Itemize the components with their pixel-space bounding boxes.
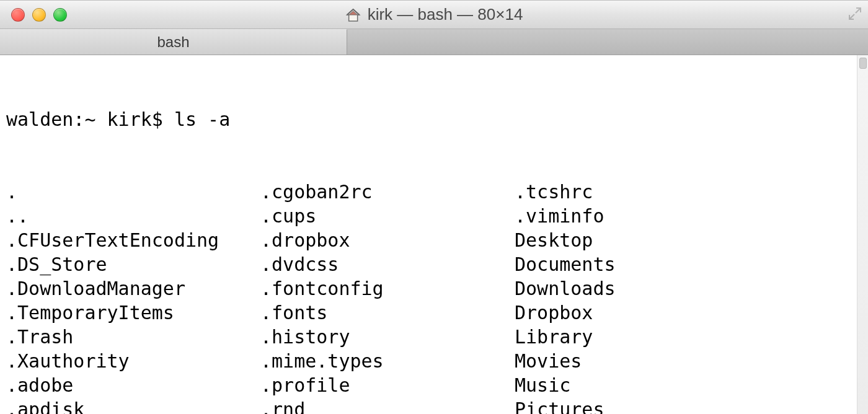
list-item: .history <box>260 325 515 349</box>
tab-bar: bash <box>0 29 868 55</box>
list-item: .DownloadManager <box>6 276 260 301</box>
zoom-button[interactable] <box>53 8 67 22</box>
list-item: Pictures <box>515 397 769 414</box>
prompt-text: walden:~ kirk$ <box>6 108 174 130</box>
list-item: .cgoban2rc <box>260 180 515 204</box>
list-item: Movies <box>515 349 769 373</box>
list-item: .viminfo <box>515 204 769 228</box>
list-item: .profile <box>260 373 515 397</box>
list-item: Library <box>515 325 769 349</box>
close-button[interactable] <box>11 8 25 22</box>
tab-bash[interactable]: bash <box>0 29 347 55</box>
terminal-window: kirk — bash — 80×14 bash walden:~ kirk$ … <box>0 0 868 414</box>
list-item: Dropbox <box>515 301 769 325</box>
list-item: .CFUserTextEncoding <box>6 228 260 252</box>
ls-column-2: .tcshrc .viminfo Desktop Documents Downl… <box>515 180 769 414</box>
list-item: .fontconfig <box>260 276 515 301</box>
list-item: .adobe <box>6 373 260 397</box>
list-item: .dropbox <box>260 228 515 252</box>
list-item: .cups <box>260 204 515 228</box>
window-title: kirk — bash — 80×14 <box>345 5 523 24</box>
ls-column-1: .cgoban2rc .cups .dropbox .dvdcss .fontc… <box>260 180 515 414</box>
traffic-lights <box>0 8 67 22</box>
list-item: . <box>6 180 260 204</box>
terminal-output[interactable]: walden:~ kirk$ ls -a . .. .CFUserTextEnc… <box>0 55 857 414</box>
window-titlebar[interactable]: kirk — bash — 80×14 <box>0 1 868 29</box>
list-item: .mime.types <box>260 349 515 373</box>
terminal-body-wrap: walden:~ kirk$ ls -a . .. .CFUserTextEnc… <box>0 55 868 414</box>
ls-column-0: . .. .CFUserTextEncoding .DS_Store .Down… <box>6 180 260 414</box>
list-item: .dvdcss <box>260 252 515 276</box>
list-item: Music <box>515 373 769 397</box>
scrollbar-thumb[interactable] <box>859 58 867 69</box>
minimize-button[interactable] <box>32 8 46 22</box>
list-item: Desktop <box>515 228 769 252</box>
ls-output-columns: . .. .CFUserTextEncoding .DS_Store .Down… <box>6 180 851 414</box>
list-item: .DS_Store <box>6 252 260 276</box>
list-item: Documents <box>515 252 769 276</box>
list-item: .Xauthority <box>6 349 260 373</box>
tab-bar-empty[interactable] <box>347 29 868 55</box>
home-icon <box>345 7 361 22</box>
list-item: Downloads <box>515 276 769 301</box>
list-item: .tcshrc <box>515 180 769 204</box>
list-item: .. <box>6 204 260 228</box>
prompt-line-1: walden:~ kirk$ ls -a <box>6 107 851 131</box>
list-item: .rnd <box>260 397 515 414</box>
list-item: .fonts <box>260 301 515 325</box>
fullscreen-icon[interactable] <box>848 7 862 23</box>
command-text: ls -a <box>174 108 230 130</box>
list-item: .TemporaryItems <box>6 301 260 325</box>
vertical-scrollbar[interactable] <box>857 55 868 414</box>
window-title-text: kirk — bash — 80×14 <box>368 5 523 24</box>
list-item: .apdisk <box>6 397 260 414</box>
tab-label: bash <box>157 33 189 51</box>
list-item: .Trash <box>6 325 260 349</box>
